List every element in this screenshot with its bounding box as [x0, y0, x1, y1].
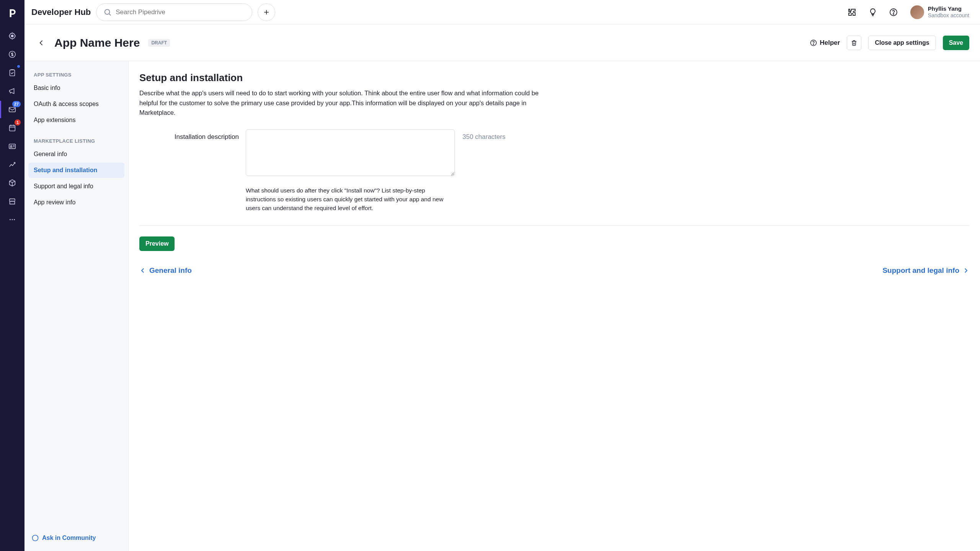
chat-icon [31, 534, 39, 542]
help-circle-icon [810, 39, 817, 47]
user-account: Sandbox account [928, 12, 969, 19]
app-title: App Name Here [54, 36, 140, 49]
help-circle-icon [889, 8, 898, 17]
helper-label: Helper [820, 39, 840, 47]
close-app-settings-button[interactable]: Close app settings [868, 36, 936, 50]
vertical-nav: 27 1 [0, 0, 24, 551]
svg-point-8 [10, 219, 11, 220]
sidebar-item-basic-info[interactable]: Basic info [28, 80, 124, 96]
sidebar-section-marketplace: MARKETPLACE LISTING [28, 135, 124, 146]
settings-sidebar: APP SETTINGS Basic info OAuth & access s… [24, 61, 129, 551]
arrow-left-icon [139, 267, 146, 274]
tips-button[interactable] [865, 5, 880, 20]
help-button[interactable] [886, 5, 901, 20]
extensions-button[interactable] [844, 5, 860, 20]
svg-rect-3 [10, 70, 15, 76]
lightbulb-icon [868, 8, 877, 17]
id-card-icon [8, 142, 16, 150]
nav-contacts[interactable] [5, 139, 20, 154]
nav-more[interactable] [5, 212, 20, 227]
svg-point-15 [813, 44, 814, 44]
sidebar-item-extensions[interactable]: App extensions [28, 112, 124, 128]
pipedrive-logo-icon [7, 8, 17, 18]
topbar: Developer Hub [24, 0, 980, 24]
calendar-icon [8, 124, 16, 132]
pipedrive-logo[interactable] [5, 5, 20, 21]
plus-icon [263, 8, 270, 16]
preview-button[interactable]: Preview [139, 236, 175, 251]
user-menu[interactable]: Phyllis Yang Sandbox account [910, 5, 969, 19]
svg-point-11 [105, 9, 110, 14]
notification-dot-icon [17, 65, 20, 68]
field-help: What should users do after they click "I… [246, 186, 449, 213]
svg-rect-4 [9, 108, 16, 112]
storefront-icon [8, 197, 16, 205]
hub-title: Developer Hub [30, 7, 91, 17]
char-count: 350 characters [462, 129, 505, 141]
clipboard-check-icon [8, 68, 16, 77]
body-row: APP SETTINGS Basic info OAuth & access s… [24, 61, 980, 551]
step-nav: General info Support and legal info [139, 266, 969, 275]
svg-point-10 [14, 219, 15, 220]
delete-button[interactable] [847, 36, 861, 50]
calendar-badge: 1 [15, 119, 21, 126]
helper-toggle[interactable]: Helper [810, 39, 840, 47]
nav-products[interactable] [5, 175, 20, 191]
puzzle-icon [848, 8, 857, 17]
svg-point-9 [12, 219, 13, 220]
quick-add-button[interactable] [258, 3, 275, 21]
prev-step-label: General info [149, 266, 192, 275]
status-badge: DRAFT [148, 39, 170, 47]
nav-focus[interactable] [5, 28, 20, 44]
page-lead: Describe what the app's users will need … [139, 88, 545, 118]
nav-mail[interactable]: 27 [5, 102, 20, 117]
next-step-link[interactable]: Support and legal info [882, 266, 969, 275]
main-column: Developer Hub [24, 0, 980, 551]
nav-calendar[interactable]: 1 [5, 120, 20, 135]
svg-point-13 [893, 13, 894, 14]
chart-arrow-icon [8, 160, 16, 169]
target-icon [8, 32, 16, 40]
sidebar-item-review[interactable]: App review info [28, 195, 124, 210]
box-icon [8, 179, 16, 187]
svg-rect-5 [10, 126, 15, 131]
search-icon [103, 8, 112, 16]
user-name: Phyllis Yang [928, 5, 969, 12]
back-button[interactable] [35, 37, 47, 49]
nav-insights[interactable] [5, 157, 20, 172]
global-search[interactable] [96, 3, 252, 21]
arrow-right-icon [962, 267, 969, 274]
page-title: Setup and installation [139, 72, 969, 84]
installation-description-input[interactable] [246, 129, 455, 176]
installation-description-row: Installation description .: What should … [139, 129, 969, 213]
dollar-circle-icon [8, 50, 16, 59]
dots-horizontal-icon [8, 215, 16, 224]
sidebar-item-setup[interactable]: Setup and installation [28, 163, 124, 178]
sidebar-section-app: APP SETTINGS [28, 69, 124, 80]
trash-icon [851, 39, 858, 46]
nav-marketplace[interactable] [5, 194, 20, 209]
save-button[interactable]: Save [943, 36, 969, 50]
megaphone-icon [8, 87, 16, 95]
svg-point-7 [10, 145, 12, 147]
prev-step-link[interactable]: General info [139, 266, 192, 275]
arrow-left-icon [38, 39, 45, 47]
nav-deals[interactable] [5, 47, 20, 62]
sidebar-item-oauth[interactable]: OAuth & access scopes [28, 96, 124, 112]
sidebar-item-support[interactable]: Support and legal info [28, 179, 124, 194]
ask-community-link[interactable]: Ask in Community [31, 534, 96, 542]
nav-campaigns[interactable] [5, 83, 20, 99]
nav-projects[interactable] [5, 65, 20, 80]
page-header: App Name Here DRAFT Helper Close app set… [24, 24, 980, 61]
search-input[interactable] [116, 8, 245, 16]
content: Setup and installation Describe what the… [129, 61, 980, 551]
field-label: Installation description [139, 129, 239, 141]
sidebar-item-general-info[interactable]: General info [28, 147, 124, 162]
ask-community-label: Ask in Community [42, 535, 96, 541]
svg-point-1 [11, 35, 13, 37]
divider [139, 225, 969, 226]
next-step-label: Support and legal info [882, 266, 959, 275]
mail-badge: 27 [12, 101, 21, 107]
avatar [910, 5, 924, 19]
